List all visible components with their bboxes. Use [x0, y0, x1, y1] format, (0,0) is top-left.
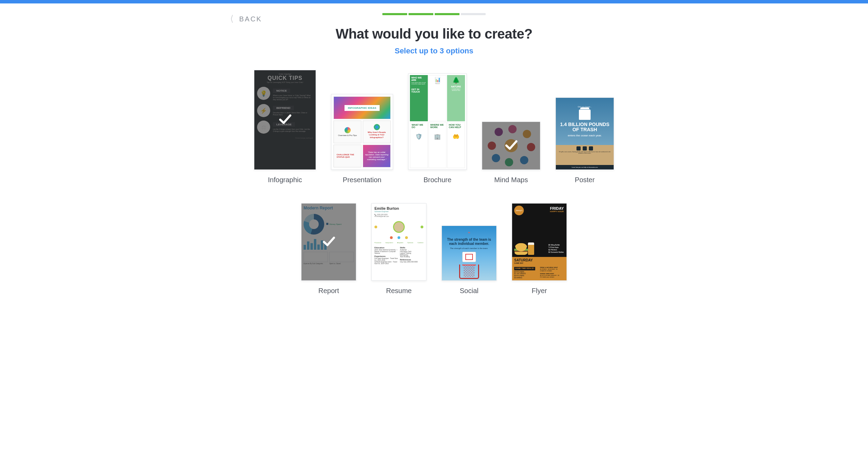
burger-icon	[514, 243, 528, 255]
mindmap-bubble	[527, 143, 535, 151]
svg-line-1	[134, 95, 146, 107]
list-item: ½ Price Apps	[549, 246, 564, 249]
slide-thumb: CHALLENGE THE STATUS QUO	[334, 145, 361, 167]
brochure-panel: 📊Obstacle	[428, 75, 446, 121]
svg-rect-2	[54, 79, 74, 95]
option-mindmaps[interactable]: Mind Maps	[482, 122, 540, 184]
slide-banner: INFOGRAPHIC IDEAS	[345, 105, 380, 111]
resume-phone: (000) 000-0000	[377, 214, 388, 216]
slide-thumb: Why Aren't People Looking at Your Infogr…	[363, 121, 391, 143]
option-thumbnail	[482, 122, 540, 170]
mindmap-bubble	[520, 156, 528, 164]
mindmap-bubble	[488, 142, 496, 150]
options-grid: Critic Catcher QUICK TIPS Tips for Lever…	[184, 70, 684, 295]
option-label: Report	[318, 287, 339, 295]
lightbulb-icon: 💡	[257, 87, 270, 100]
poster-sand: Oil spills, toxic wastes, floating plast…	[556, 145, 614, 165]
section-heading: Education	[374, 247, 398, 249]
svg-point-0	[109, 70, 139, 100]
report-box	[304, 252, 328, 262]
section-body: Full Stack Developer · Travel Now Inc. 2…	[374, 258, 398, 261]
slide-thumb: Overview & Pro Tips	[334, 121, 361, 143]
resume-trait-icon	[374, 226, 377, 228]
mindmap-bubble	[505, 158, 513, 166]
progress-segment	[435, 13, 459, 15]
brochure-panel: WHERE WE WORK🏢	[428, 122, 446, 168]
brochure-panel: HOW YOU CAN HELP🤲	[447, 122, 465, 168]
option-resume[interactable]: Emilie Burton Software Engineer 📞 (000) …	[371, 203, 426, 295]
section-heading: Skills	[400, 247, 423, 249]
header-row: 〈 BACK	[184, 3, 684, 15]
chevron-left-icon: 〈	[227, 14, 234, 23]
flyer-col-body: $3 SCOTCH AND WHISKEY · $5 PITCHERS, ALL…	[540, 275, 564, 278]
list-item: $5 Wing Buffet	[549, 244, 564, 246]
resume-trait-icon	[405, 236, 408, 239]
poster-sub: enters the ocean each year.	[568, 134, 602, 137]
poster-headline: 1.4 BILLION POUNDS OF TRASH	[558, 122, 612, 133]
resume-trait-icon	[390, 236, 393, 239]
donut-chart-icon	[304, 214, 324, 235]
thumb-row-body: List the 2 things to learn from your Cri…	[273, 128, 311, 132]
thumb-footer: Victoria www.go-coaching.uk	[257, 137, 313, 139]
panel-body: CONSERVANCY NEWSLETTER	[448, 89, 464, 91]
option-presentation[interactable]: INFOGRAPHIC IDEAS Overview & Pro Tips Wh…	[331, 94, 393, 184]
page-title: What would you like to create?	[184, 26, 684, 42]
flyer-subheading: GAME DAY	[514, 262, 564, 264]
section-heading: References	[400, 259, 423, 261]
option-label: Presentation	[343, 176, 381, 184]
top-accent-bar	[0, 0, 868, 3]
report-caption: Spent vs. Saved	[329, 263, 354, 265]
section-body: Software Engineer Intern · Travel Now In…	[374, 261, 398, 265]
mindmap-bubble	[508, 125, 517, 133]
back-label: BACK	[239, 15, 262, 23]
svg-rect-8	[118, 363, 144, 382]
resume-traits: PassionateIndependentAdaptableOptimistic…	[374, 242, 423, 243]
svg-point-12	[416, 325, 423, 332]
thumb-row-label: NOTICE	[273, 89, 290, 93]
beer-icon	[528, 242, 534, 255]
flyer-subheading: HAPPY HOUR	[550, 210, 564, 213]
svg-point-6	[763, 51, 795, 83]
progress-segment	[382, 13, 407, 15]
flyer-col-body: $5 DRINKS · $3 BUSHES · $5 DOMESTIC BOMB…	[540, 269, 564, 272]
checkmark-icon	[321, 234, 337, 251]
report-title: Modern Report	[304, 206, 354, 210]
skull-icon	[583, 146, 587, 151]
panel-heading: HOW YOU CAN HELP	[449, 124, 463, 128]
flyer-heading: FRIDAY	[550, 206, 564, 210]
mindmap-bubble	[523, 130, 531, 138]
flyer-logo: Johnny's	[514, 206, 524, 215]
option-report[interactable]: Modern Report Money Spent Expense By Sub…	[301, 203, 356, 295]
resume-trait-icon	[398, 236, 400, 239]
option-thumbnail: Did you know... 1.4 BILLION POUNDS OF TR…	[555, 97, 614, 170]
progress-segment	[409, 13, 433, 15]
brochure-panel: WHAT WE DO🛡️	[410, 122, 428, 168]
option-infographic[interactable]: Critic Catcher QUICK TIPS Tips for Lever…	[254, 70, 316, 184]
panel-body: Lorem ipsum dolor sit amet consectetur a…	[411, 82, 426, 85]
social-quote: The strength of the team is each individ…	[445, 238, 493, 246]
option-label: Flyer	[532, 287, 547, 295]
back-button[interactable]: 〈 BACK	[226, 14, 262, 23]
option-thumbnail: WHO WE ARELorem ipsum dolor sit amet con…	[408, 73, 467, 170]
option-thumbnail: Emilie Burton Software Engineer 📞 (000) …	[371, 203, 426, 281]
thumb-subtitle: Tips for Leveraging NOT Firing your Inne…	[257, 81, 313, 83]
option-brochure[interactable]: WHO WE ARELorem ipsum dolor sit amet con…	[408, 73, 467, 184]
flyer-price-list: $5 Wing Buffet ½ Price Apps $2 Pitchers …	[549, 244, 564, 253]
svg-line-13	[408, 317, 420, 329]
section-body: Clay Sato (000) 000-0000	[400, 261, 423, 263]
option-social[interactable]: “ The strength of the team is each indiv…	[442, 226, 497, 295]
resume-name: Emilie Burton	[374, 206, 423, 210]
option-poster[interactable]: Did you know... 1.4 BILLION POUNDS OF TR…	[555, 97, 614, 184]
option-label: Mind Maps	[494, 176, 528, 184]
trash-icon	[579, 110, 591, 120]
option-thumbnail: Johnny's FRIDAY HAPPY HOUR $5 Wing Buffe…	[512, 203, 567, 281]
panel-heading: WHO WE ARE	[411, 76, 426, 81]
slide-quote: "Data has an unfair reputation. Data rep…	[363, 150, 390, 163]
checkmark-icon	[503, 137, 519, 154]
brochure-panel: 🌲NATURECONSERVANCY NEWSLETTER	[447, 75, 465, 121]
slide-heading: CHALLENGE THE STATUS QUO	[334, 154, 361, 158]
option-label: Resume	[386, 287, 412, 295]
poster-credit: Learn how you can help at cleanwater.com	[556, 165, 614, 169]
slide-heading: Why Aren't People Looking at Your Infogr…	[364, 131, 389, 139]
option-flyer[interactable]: Johnny's FRIDAY HAPPY HOUR $5 Wing Buffe…	[512, 203, 567, 295]
